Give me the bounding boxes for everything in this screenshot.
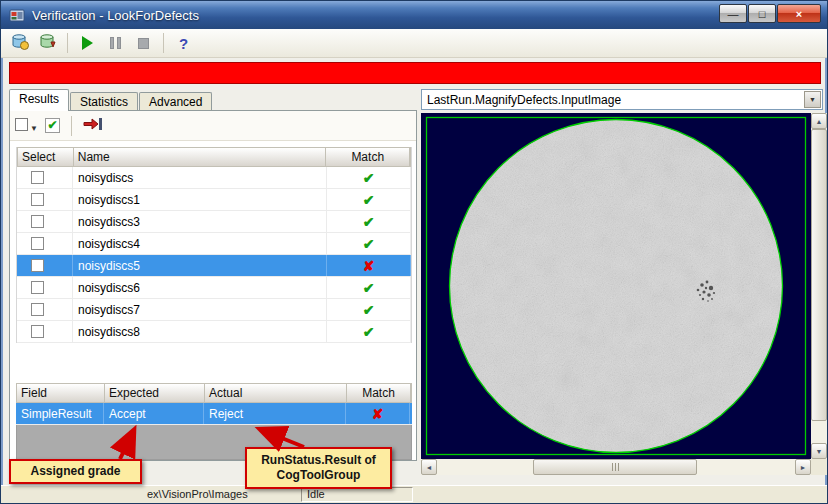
column-header-select[interactable]: Select (18, 148, 74, 166)
result-row[interactable]: noisydiscs7✔ (17, 299, 411, 321)
result-row[interactable]: noisydiscs4✔ (17, 233, 411, 255)
select-cell (17, 211, 73, 232)
run-status-color-bar (9, 62, 821, 84)
horizontal-scrollbar[interactable]: ◄ ► (421, 459, 811, 475)
detail-table-header: Field Expected Actual Match (16, 383, 412, 403)
image-selector-value: LastRun.MagnifyDefects.InputImage (427, 93, 621, 107)
pause-button[interactable] (103, 32, 128, 55)
toolbar-separator (163, 33, 164, 53)
result-row[interactable]: noisydiscs5✘ (17, 255, 411, 277)
select-cell (17, 167, 73, 188)
row-checkbox[interactable] (31, 281, 44, 294)
help-button[interactable]: ? (171, 32, 196, 55)
select-all-dropdown[interactable]: ▼ (15, 117, 38, 135)
open-image-database-button[interactable] (7, 32, 32, 55)
result-name: noisydiscs (73, 167, 327, 188)
match-pass-icon: ✔ (327, 189, 411, 210)
result-name: noisydiscs6 (73, 277, 327, 298)
inspection-image[interactable] (421, 113, 811, 459)
match-pass-icon: ✔ (327, 321, 411, 342)
callout-assigned-grade: Assigned grade (9, 459, 142, 484)
match-fail-icon: ✘ (327, 255, 411, 276)
vertical-scroll-thumb[interactable] (811, 129, 827, 421)
combo-dropdown-button[interactable]: ▼ (804, 91, 821, 108)
select-cell (17, 255, 73, 276)
detail-expected: Accept (104, 403, 204, 424)
tab-statistics[interactable]: Statistics (70, 92, 138, 111)
match-pass-icon: ✔ (327, 299, 411, 320)
results-table: Select Name Match noisydiscs✔noisydiscs1… (16, 147, 412, 343)
column-header-name[interactable]: Name (74, 148, 327, 166)
result-row[interactable]: noisydiscs✔ (17, 167, 411, 189)
row-checkbox[interactable] (31, 259, 44, 272)
select-cell (17, 189, 73, 210)
window-controls: — □ × (719, 4, 821, 23)
result-name: noisydiscs3 (73, 211, 327, 232)
row-checkbox[interactable] (31, 171, 44, 184)
red-arrow-icon (83, 116, 103, 132)
help-icon: ? (179, 35, 188, 52)
result-row[interactable]: noisydiscs8✔ (17, 321, 411, 343)
match-pass-icon: ✔ (327, 233, 411, 254)
result-name: noisydiscs1 (73, 189, 327, 210)
column-header-match[interactable]: Match (347, 384, 411, 402)
column-header-match[interactable]: Match (326, 148, 410, 166)
status-state: Idle (301, 487, 413, 502)
results-table-body: noisydiscs✔noisydiscs1✔noisydiscs3✔noisy… (17, 167, 411, 343)
main-toolbar: ? (1, 29, 827, 58)
chevron-down-icon: ▼ (809, 96, 816, 103)
row-checkbox[interactable] (31, 215, 44, 228)
row-checkbox[interactable] (31, 325, 44, 338)
result-row[interactable]: noisydiscs6✔ (17, 277, 411, 299)
image-selector-combobox[interactable]: LastRun.MagnifyDefects.InputImage ▼ (421, 89, 823, 110)
run-selected-button[interactable] (83, 116, 103, 136)
run-checked-button[interactable]: ✔ (45, 118, 60, 133)
detail-field: SimpleResult (16, 403, 104, 424)
status-path-text: ex\VisionPro\Images (147, 488, 248, 500)
window-icon (9, 7, 25, 23)
pause-icon (110, 37, 121, 49)
match-fail-icon: ✘ (346, 403, 410, 424)
run-button[interactable] (75, 32, 100, 55)
close-button[interactable]: × (777, 4, 821, 23)
scroll-up-icon: ▲ (816, 118, 823, 125)
detail-row[interactable]: SimpleResult Accept Reject ✘ (16, 403, 412, 425)
vertical-scrollbar[interactable]: ▲ ▼ (811, 113, 827, 459)
scroll-down-icon: ▼ (816, 448, 823, 455)
match-pass-icon: ✔ (327, 211, 411, 232)
stop-button[interactable] (131, 32, 156, 55)
results-panel: ▼ ✔ Select Name Match noisydiscs✔noisydi… (9, 110, 417, 461)
column-header-actual[interactable]: Actual (205, 384, 347, 402)
tab-results[interactable]: Results (9, 89, 69, 111)
result-row[interactable]: noisydiscs3✔ (17, 211, 411, 233)
scroll-left-button[interactable]: ◄ (421, 459, 437, 475)
play-icon (82, 36, 93, 50)
row-checkbox[interactable] (31, 237, 44, 250)
column-header-field[interactable]: Field (17, 384, 105, 402)
tab-strip: Results Statistics Advanced (9, 89, 213, 111)
column-header-expected[interactable]: Expected (105, 384, 205, 402)
scroll-down-button[interactable]: ▼ (811, 443, 827, 459)
match-pass-icon: ✔ (327, 167, 411, 188)
stop-icon (138, 38, 149, 49)
row-checkbox[interactable] (31, 193, 44, 206)
horizontal-scroll-thumb[interactable] (533, 459, 697, 475)
select-cell (17, 321, 73, 342)
tab-advanced[interactable]: Advanced (139, 92, 212, 111)
titlebar[interactable]: Verification - LookForDefects — □ × (1, 1, 827, 29)
maximize-button[interactable]: □ (748, 4, 776, 23)
minimize-button[interactable]: — (719, 4, 747, 23)
select-cell (17, 277, 73, 298)
result-name: noisydiscs7 (73, 299, 327, 320)
select-cell (17, 233, 73, 254)
results-table-header: Select Name Match (17, 147, 411, 167)
scroll-right-button[interactable]: ► (795, 459, 811, 475)
save-image-database-button[interactable] (35, 32, 60, 55)
result-name: noisydiscs5 (73, 255, 327, 276)
toolbar-separator (67, 33, 68, 53)
result-name: noisydiscs8 (73, 321, 327, 342)
scroll-up-button[interactable]: ▲ (811, 113, 827, 129)
row-checkbox[interactable] (31, 303, 44, 316)
result-row[interactable]: noisydiscs1✔ (17, 189, 411, 211)
image-database-save-icon (39, 33, 57, 53)
